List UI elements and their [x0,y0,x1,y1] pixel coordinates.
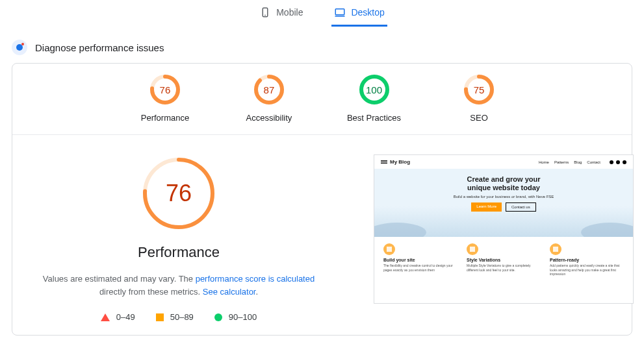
legend-mid: 50–89 [156,312,194,322]
score-label: Accessibility [246,113,292,123]
score-value: 76 [149,74,181,105]
legend-mid-label: 50–89 [170,312,194,322]
score-value: 87 [253,74,285,105]
preview-nav: Home Patterns Blog Contact [539,160,626,164]
score-gauge: 100 [359,74,390,105]
legend-bad-label: 0–49 [116,312,135,322]
menu-icon [381,160,387,164]
feature-icon [383,243,395,255]
score-gauge: 76 [149,74,181,105]
preview-nav-item: Blog [574,160,582,164]
score-legend: 0–49 50–89 90–100 [101,312,257,322]
device-tabs: Mobile Desktop [0,0,644,27]
detail-section: 76 Performance Values are estimated and … [12,135,632,322]
detail-left: 76 Performance Values are estimated and … [36,154,322,322]
score-gauge: 87 [253,74,285,105]
preview-btn-secondary: Contact us [506,202,536,212]
detail-score-value: 76 [140,154,218,232]
preview-feature-title: Pattern-ready [550,258,624,262]
tab-desktop[interactable]: Desktop [331,3,387,27]
social-icon [616,160,620,164]
detail-desc-text: Values are estimated and may vary. The [43,274,196,284]
preview-hero-title: Create and grow yourunique website today [467,175,540,192]
preview-hero-buttons: Learn More Contact us [471,202,535,212]
preview-nav-item: Contact [587,160,600,164]
preview-site-name: My Blog [390,159,410,165]
score-performance[interactable]: 76 Performance [139,74,191,123]
preview-feature-title: Style Variations [467,258,541,262]
preview-feature-text: Multiple Style Variations to give a comp… [467,263,541,272]
preview-feature: Pattern-ready Add patterns quickly and e… [550,243,624,276]
score-best-practices[interactable]: 100 Best Practices [347,74,401,123]
social-icon [610,160,613,164]
legend-good: 90–100 [214,312,257,322]
social-icon [623,160,626,164]
preview-hero-subtitle: Build a website for your business or bra… [454,195,554,199]
desktop-icon [334,6,346,18]
score-label: Best Practices [347,113,401,123]
preview-hero: Create and grow yourunique website today… [374,169,633,237]
score-value: 100 [359,74,390,105]
detail-description: Values are estimated and may vary. The p… [36,273,322,298]
feature-icon [467,243,478,255]
circle-icon [214,313,222,321]
preview-btn-primary: Learn More [471,202,502,212]
legend-good-label: 90–100 [229,312,257,322]
mobile-icon [259,6,271,18]
preview-header: My Blog Home Patterns Blog Contact [374,155,633,169]
feature-icon [550,243,561,255]
diagnose-header: Diagnose performance issues [0,27,644,63]
preview-social-icons [610,160,626,164]
score-label: SEO [470,113,487,123]
preview-feature-text: Add patterns quickly and easily create a… [550,263,624,276]
preview-feature: Style Variations Multiple Style Variatio… [467,243,541,276]
detail-desc-text: directly from these metrics. [99,287,203,297]
score-seo[interactable]: 75 SEO [453,74,505,123]
preview-feature-title: Build your site [383,258,457,262]
svg-rect-2 [336,9,345,15]
link-see-calculator[interactable]: See calculator [203,287,256,297]
preview-features: Build your site The flexibility and crea… [374,237,633,283]
gauge-icon [12,40,27,55]
site-preview: My Blog Home Patterns Blog Contact Creat… [374,154,634,304]
score-value: 75 [463,74,495,105]
preview-nav-item: Home [539,160,549,164]
preview-logo: My Blog [381,159,410,165]
score-accessibility[interactable]: 87 Accessibility [243,74,295,123]
preview-feature-text: The flexibility and creative control to … [383,263,457,272]
preview-feature: Build your site The flexibility and crea… [383,243,457,276]
score-row: 76 Performance 87 Accessibility 100 Best… [12,74,632,135]
results-card: 76 Performance 87 Accessibility 100 Best… [12,63,632,336]
score-label: Performance [141,113,189,123]
detail-title: Performance [138,244,220,261]
score-gauge: 75 [463,74,495,105]
tab-desktop-label: Desktop [351,7,384,18]
detail-gauge: 76 [140,154,218,232]
tab-mobile-label: Mobile [276,7,303,18]
triangle-icon [101,313,110,321]
tab-mobile[interactable]: Mobile [257,3,305,27]
square-icon [156,313,164,321]
diagnose-title: Diagnose performance issues [35,42,164,53]
preview-nav-item: Patterns [554,160,569,164]
detail-desc-text: . [255,287,258,297]
legend-bad: 0–49 [101,312,135,322]
link-score-calculated[interactable]: performance score is calculated [196,274,315,284]
